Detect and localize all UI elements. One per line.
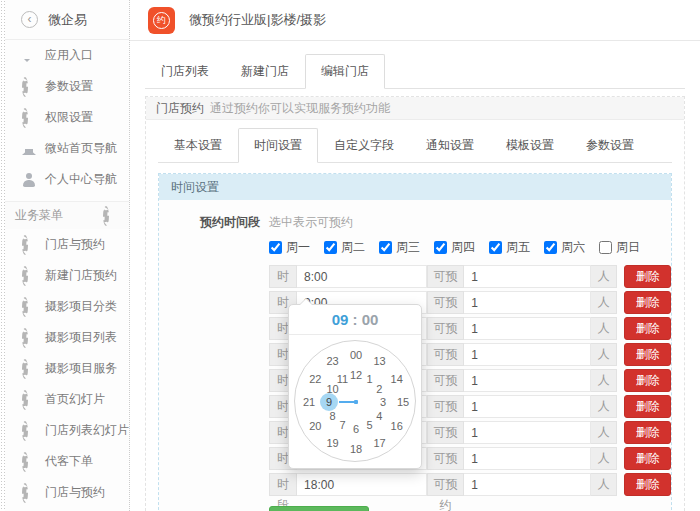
sidebar-biz-item-6[interactable]: 门店列表幻灯片 (5, 415, 129, 446)
unit-addon-label: 人 (591, 291, 617, 314)
clock-number-21[interactable]: 21 (300, 393, 318, 411)
delete-row-button[interactable]: 删除 (624, 317, 671, 340)
capacity-input[interactable] (464, 369, 591, 392)
gear-icon (22, 269, 36, 283)
capacity-addon-label: 可预约 (427, 473, 464, 496)
weekday-checkbox[interactable] (269, 241, 282, 254)
gear-icon[interactable] (103, 209, 117, 223)
sidebar-biz-item-8[interactable]: 门店与预约 (5, 477, 129, 508)
clock-number-15[interactable]: 15 (394, 393, 412, 411)
capacity-input[interactable] (464, 343, 591, 366)
delete-row-button[interactable]: 删除 (624, 343, 671, 366)
time-input[interactable] (297, 473, 427, 496)
sidebar-item-gear-1[interactable]: 参数设置 (5, 71, 129, 102)
clock-number-20[interactable]: 20 (306, 417, 324, 435)
delete-row-button[interactable]: 删除 (624, 473, 671, 496)
clock-number-11[interactable]: 11 (334, 370, 352, 388)
weekday-0[interactable]: 周一 (269, 239, 310, 256)
clock-face[interactable]: 001314151617181920212223121234567891011 (294, 340, 416, 462)
tab-store-0[interactable]: 门店列表 (145, 54, 225, 89)
collapse-sidebar-icon[interactable]: ‹ (21, 11, 38, 28)
tab-settings-0[interactable]: 基本设置 (158, 128, 238, 163)
sidebar-biz-item-1[interactable]: 新建门店预约 (5, 260, 129, 291)
weekday-1[interactable]: 周二 (324, 239, 365, 256)
clock-number-22[interactable]: 22 (306, 370, 324, 388)
clockpicker-hour[interactable]: 09 (332, 311, 349, 328)
sidebar-biz-item-3[interactable]: 摄影项目列表 (5, 322, 129, 353)
tab-store-2[interactable]: 编辑门店 (305, 54, 385, 89)
sidebar-biz-item-5[interactable]: 首页幻灯片 (5, 384, 129, 415)
clock-number-13[interactable]: 13 (371, 352, 389, 370)
weekday-4[interactable]: 周五 (489, 239, 530, 256)
unit-addon-label: 人 (591, 343, 617, 366)
tab-store-1[interactable]: 新建门店 (225, 54, 305, 89)
sidebar-item-gear-2[interactable]: 权限设置 (5, 102, 129, 133)
unit-addon-label: 人 (591, 421, 617, 444)
clock-number-00[interactable]: 00 (347, 346, 365, 364)
clock-number-23[interactable]: 23 (324, 352, 342, 370)
store-tabs: 门店列表新建门店编辑门店 (145, 54, 685, 89)
clock-number-19[interactable]: 19 (324, 434, 342, 452)
capacity-input[interactable] (464, 447, 591, 470)
settings-tabs: 基本设置时间设置自定义字段通知设置模板设置参数设置 (158, 128, 672, 163)
sidebar-item-bubble-0[interactable]: 应用入口 (5, 40, 129, 71)
tab-settings-2[interactable]: 自定义字段 (318, 128, 410, 163)
weekday-checkbox-row: 周一周二周三周四周五周六周日 (269, 239, 671, 256)
time-addon-label: 时段 (269, 473, 297, 496)
form-label-row: 预约时间段 选中表示可预约 (168, 214, 671, 231)
weekday-checkbox[interactable] (324, 241, 337, 254)
clock-number-17[interactable]: 17 (371, 434, 389, 452)
clockpicker-minute[interactable]: 00 (362, 311, 379, 328)
time-input[interactable] (297, 265, 427, 288)
delete-row-button[interactable]: 删除 (624, 291, 671, 314)
sidebar-item-home-3[interactable]: 微站首页导航 (5, 133, 129, 164)
sidebar-item-label: 门店与预约 (45, 484, 105, 501)
sidebar-biz-item-4[interactable]: 摄影项目服务 (5, 353, 129, 384)
clock-number-14[interactable]: 14 (388, 370, 406, 388)
weekday-label: 周四 (451, 239, 475, 256)
weekday-6[interactable]: 周日 (599, 239, 640, 256)
weekday-checkbox[interactable] (434, 241, 447, 254)
clock-face-wrap: 001314151617181920212223121234567891011 (289, 335, 421, 468)
capacity-input[interactable] (464, 317, 591, 340)
delete-row-button[interactable]: 删除 (624, 369, 671, 392)
sidebar-business-nav: 门店与预约新建门店预约摄影项目分类摄影项目列表摄影项目服务首页幻灯片门店列表幻灯… (5, 229, 129, 508)
gear-icon (22, 331, 36, 345)
sidebar-biz-item-2[interactable]: 摄影项目分类 (5, 291, 129, 322)
sidebar-biz-item-0[interactable]: 门店与预约 (5, 229, 129, 260)
capacity-input[interactable] (464, 265, 591, 288)
capacity-addon-label: 可预约 (427, 421, 464, 444)
tab-settings-3[interactable]: 通知设置 (410, 128, 490, 163)
delete-row-button[interactable]: 删除 (624, 421, 671, 444)
clock-number-18[interactable]: 18 (347, 440, 365, 458)
clock-center-dot (354, 400, 358, 404)
capacity-input[interactable] (464, 473, 591, 496)
delete-row-button[interactable]: 删除 (624, 395, 671, 418)
weekday-2[interactable]: 周三 (379, 239, 420, 256)
gear-icon (22, 80, 36, 94)
sidebar-biz-item-7[interactable]: 代客下单 (5, 446, 129, 477)
sidebar-item-person-4[interactable]: 个人中心导航 (5, 164, 129, 195)
clock-number-16[interactable]: 16 (388, 417, 406, 435)
delete-row-button[interactable]: 删除 (624, 447, 671, 470)
weekday-checkbox[interactable] (544, 241, 557, 254)
person-icon (22, 173, 36, 187)
gear-icon (22, 424, 36, 438)
weekday-3[interactable]: 周四 (434, 239, 475, 256)
weekday-checkbox[interactable] (599, 241, 612, 254)
panel-header: 门店预约 通过预约你可以实现服务预约功能 (146, 97, 684, 120)
tab-settings-1[interactable]: 时间设置 (238, 128, 318, 163)
tab-settings-5[interactable]: 参数设置 (570, 128, 650, 163)
capacity-input[interactable] (464, 395, 591, 418)
capacity-input[interactable] (464, 291, 591, 314)
delete-row-button[interactable]: 删除 (624, 265, 671, 288)
time-addon-label: 时段 (269, 265, 297, 288)
weekday-checkbox[interactable] (379, 241, 392, 254)
weekday-checkbox[interactable] (489, 241, 502, 254)
clockpicker-popup: 09 : 00 00131415161718192021222312123456… (288, 304, 422, 469)
tab-settings-4[interactable]: 模板设置 (490, 128, 570, 163)
weekday-5[interactable]: 周六 (544, 239, 585, 256)
add-time-slot-button[interactable]: ✚ 添加时间段 (269, 506, 369, 511)
capacity-input[interactable] (464, 421, 591, 444)
capacity-addon-label: 可预约 (427, 291, 464, 314)
